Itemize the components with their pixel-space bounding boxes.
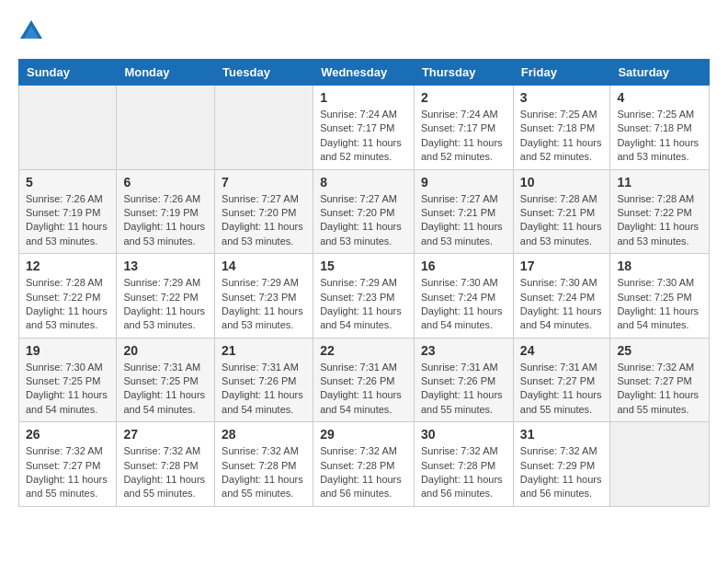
day-cell: 8Sunrise: 7:27 AM Sunset: 7:20 PM Daylig… — [313, 169, 415, 254]
day-cell — [610, 422, 710, 507]
day-number: 1 — [320, 90, 407, 105]
week-row-1: 1Sunrise: 7:24 AM Sunset: 7:17 PM Daylig… — [19, 86, 710, 170]
day-info: Sunrise: 7:31 AM Sunset: 7:26 PM Dayligh… — [421, 361, 506, 418]
day-cell: 6Sunrise: 7:26 AM Sunset: 7:19 PM Daylig… — [117, 169, 215, 254]
day-number: 21 — [222, 343, 306, 358]
day-number: 28 — [222, 427, 306, 442]
weekday-header-wednesday: Wednesday — [313, 60, 415, 86]
day-number: 18 — [617, 259, 702, 273]
day-number: 17 — [520, 259, 604, 273]
day-cell: 9Sunrise: 7:27 AM Sunset: 7:21 PM Daylig… — [414, 169, 513, 254]
day-number: 15 — [320, 259, 407, 273]
week-row-3: 12Sunrise: 7:28 AM Sunset: 7:22 PM Dayli… — [19, 254, 710, 339]
day-cell: 17Sunrise: 7:30 AM Sunset: 7:24 PM Dayli… — [513, 254, 610, 339]
day-cell: 1Sunrise: 7:24 AM Sunset: 7:17 PM Daylig… — [313, 86, 415, 170]
day-info: Sunrise: 7:25 AM Sunset: 7:18 PM Dayligh… — [617, 108, 702, 165]
day-cell — [19, 86, 117, 170]
day-number: 5 — [26, 175, 109, 190]
day-cell: 19Sunrise: 7:30 AM Sunset: 7:25 PM Dayli… — [19, 338, 117, 422]
day-cell: 31Sunrise: 7:32 AM Sunset: 7:29 PM Dayli… — [513, 422, 610, 507]
day-info: Sunrise: 7:30 AM Sunset: 7:24 PM Dayligh… — [520, 276, 604, 333]
week-row-4: 19Sunrise: 7:30 AM Sunset: 7:25 PM Dayli… — [19, 338, 710, 422]
day-number: 19 — [26, 343, 109, 358]
day-number: 16 — [421, 259, 506, 273]
weekday-header-tuesday: Tuesday — [215, 60, 313, 86]
day-number: 11 — [617, 175, 702, 190]
day-info: Sunrise: 7:32 AM Sunset: 7:29 PM Dayligh… — [520, 444, 604, 501]
day-info: Sunrise: 7:30 AM Sunset: 7:25 PM Dayligh… — [26, 361, 109, 418]
day-info: Sunrise: 7:31 AM Sunset: 7:27 PM Dayligh… — [520, 361, 604, 418]
day-cell: 16Sunrise: 7:30 AM Sunset: 7:24 PM Dayli… — [414, 254, 513, 339]
day-number: 22 — [320, 343, 407, 358]
day-info: Sunrise: 7:26 AM Sunset: 7:19 PM Dayligh… — [123, 192, 208, 249]
day-number: 27 — [123, 427, 208, 442]
day-number: 4 — [617, 90, 702, 105]
day-cell: 24Sunrise: 7:31 AM Sunset: 7:27 PM Dayli… — [513, 338, 610, 422]
day-cell: 30Sunrise: 7:32 AM Sunset: 7:28 PM Dayli… — [414, 422, 513, 507]
weekday-header-row: SundayMondayTuesdayWednesdayThursdayFrid… — [19, 60, 710, 86]
day-cell: 21Sunrise: 7:31 AM Sunset: 7:26 PM Dayli… — [215, 338, 313, 422]
day-info: Sunrise: 7:32 AM Sunset: 7:27 PM Dayligh… — [26, 444, 109, 501]
day-info: Sunrise: 7:32 AM Sunset: 7:28 PM Dayligh… — [421, 444, 506, 501]
day-cell: 18Sunrise: 7:30 AM Sunset: 7:25 PM Dayli… — [610, 254, 710, 339]
day-info: Sunrise: 7:29 AM Sunset: 7:23 PM Dayligh… — [222, 276, 306, 333]
day-info: Sunrise: 7:32 AM Sunset: 7:28 PM Dayligh… — [222, 444, 306, 501]
day-info: Sunrise: 7:29 AM Sunset: 7:22 PM Dayligh… — [123, 276, 208, 333]
day-number: 14 — [222, 259, 306, 273]
day-number: 7 — [222, 175, 306, 190]
day-number: 20 — [123, 343, 208, 358]
weekday-header-thursday: Thursday — [414, 60, 513, 86]
week-row-2: 5Sunrise: 7:26 AM Sunset: 7:19 PM Daylig… — [19, 169, 710, 254]
day-cell: 28Sunrise: 7:32 AM Sunset: 7:28 PM Dayli… — [215, 422, 313, 507]
day-info: Sunrise: 7:32 AM Sunset: 7:28 PM Dayligh… — [123, 444, 208, 501]
day-cell: 29Sunrise: 7:32 AM Sunset: 7:28 PM Dayli… — [313, 422, 415, 507]
day-number: 25 — [617, 343, 702, 358]
day-info: Sunrise: 7:24 AM Sunset: 7:17 PM Dayligh… — [320, 108, 407, 165]
day-number: 8 — [320, 175, 407, 190]
day-number: 31 — [520, 427, 604, 442]
day-cell: 20Sunrise: 7:31 AM Sunset: 7:25 PM Dayli… — [117, 338, 215, 422]
day-info: Sunrise: 7:26 AM Sunset: 7:19 PM Dayligh… — [26, 192, 109, 249]
logo-icon — [18, 18, 44, 44]
day-info: Sunrise: 7:25 AM Sunset: 7:18 PM Dayligh… — [520, 108, 604, 165]
day-number: 24 — [520, 343, 604, 358]
day-cell: 22Sunrise: 7:31 AM Sunset: 7:26 PM Dayli… — [313, 338, 415, 422]
day-number: 9 — [421, 175, 506, 190]
day-cell: 4Sunrise: 7:25 AM Sunset: 7:18 PM Daylig… — [610, 86, 710, 170]
day-cell: 11Sunrise: 7:28 AM Sunset: 7:22 PM Dayli… — [610, 169, 710, 254]
day-info: Sunrise: 7:32 AM Sunset: 7:27 PM Dayligh… — [617, 361, 702, 418]
weekday-header-sunday: Sunday — [19, 60, 117, 86]
weekday-header-saturday: Saturday — [610, 60, 710, 86]
day-info: Sunrise: 7:27 AM Sunset: 7:21 PM Dayligh… — [421, 192, 506, 249]
day-cell — [117, 86, 215, 170]
day-number: 2 — [421, 90, 506, 105]
page-header — [18, 18, 710, 44]
day-cell: 3Sunrise: 7:25 AM Sunset: 7:18 PM Daylig… — [513, 86, 610, 170]
day-cell: 25Sunrise: 7:32 AM Sunset: 7:27 PM Dayli… — [610, 338, 710, 422]
weekday-header-monday: Monday — [117, 60, 215, 86]
day-number: 12 — [26, 259, 109, 273]
day-info: Sunrise: 7:28 AM Sunset: 7:22 PM Dayligh… — [617, 192, 702, 249]
day-info: Sunrise: 7:31 AM Sunset: 7:25 PM Dayligh… — [123, 361, 208, 418]
day-cell: 26Sunrise: 7:32 AM Sunset: 7:27 PM Dayli… — [19, 422, 117, 507]
day-cell: 2Sunrise: 7:24 AM Sunset: 7:17 PM Daylig… — [414, 86, 513, 170]
day-number: 26 — [26, 427, 109, 442]
day-info: Sunrise: 7:24 AM Sunset: 7:17 PM Dayligh… — [421, 108, 506, 165]
day-cell: 13Sunrise: 7:29 AM Sunset: 7:22 PM Dayli… — [117, 254, 215, 339]
day-cell: 12Sunrise: 7:28 AM Sunset: 7:22 PM Dayli… — [19, 254, 117, 339]
day-cell: 23Sunrise: 7:31 AM Sunset: 7:26 PM Dayli… — [414, 338, 513, 422]
day-number: 29 — [320, 427, 407, 442]
day-number: 10 — [520, 175, 604, 190]
weekday-header-friday: Friday — [513, 60, 610, 86]
day-number: 30 — [421, 427, 506, 442]
day-cell: 5Sunrise: 7:26 AM Sunset: 7:19 PM Daylig… — [19, 169, 117, 254]
day-number: 6 — [123, 175, 208, 190]
day-number: 13 — [123, 259, 208, 273]
day-number: 23 — [421, 343, 506, 358]
day-cell: 7Sunrise: 7:27 AM Sunset: 7:20 PM Daylig… — [215, 169, 313, 254]
day-info: Sunrise: 7:28 AM Sunset: 7:22 PM Dayligh… — [26, 276, 109, 333]
day-info: Sunrise: 7:31 AM Sunset: 7:26 PM Dayligh… — [222, 361, 306, 418]
day-cell: 14Sunrise: 7:29 AM Sunset: 7:23 PM Dayli… — [215, 254, 313, 339]
week-row-5: 26Sunrise: 7:32 AM Sunset: 7:27 PM Dayli… — [19, 422, 710, 507]
day-cell — [215, 86, 313, 170]
